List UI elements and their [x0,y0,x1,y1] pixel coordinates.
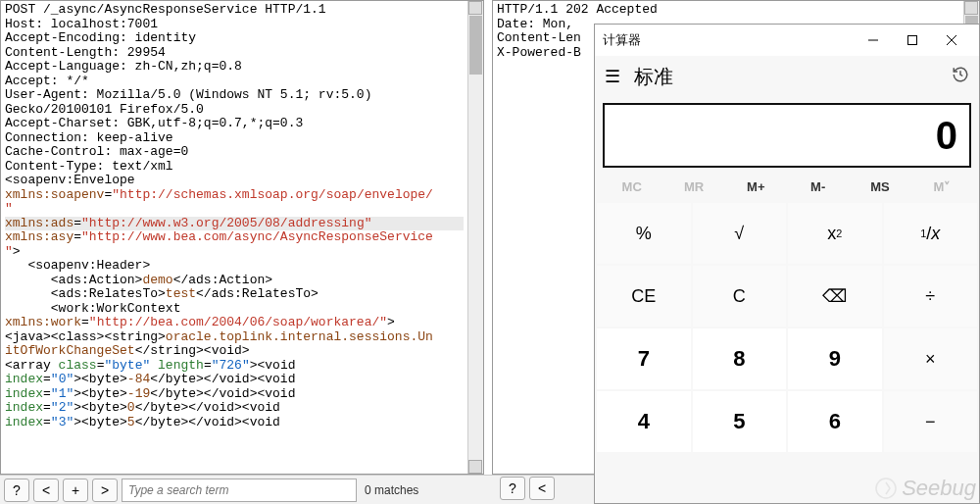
calculator-grid: %√x21/xCEC⌫÷789×456− [595,201,979,454]
calc-key-[interactable]: ⌫ [788,266,882,327]
watermark: Seebug [874,476,976,501]
minimize-button[interactable] [854,26,893,54]
scroll-up-icon[interactable] [964,1,978,15]
calc-key-8[interactable]: 8 [693,328,787,389]
memory-mr: MR [662,172,724,201]
history-icon[interactable] [952,66,969,87]
help-button-right[interactable]: ? [500,477,525,500]
calculator-display: 0 [603,103,971,168]
maximize-button[interactable] [893,26,932,54]
memory-m-[interactable]: M- [787,172,849,201]
calculator-title: 计算器 [603,31,641,49]
calculator-mode: 标准 [634,64,673,90]
maximize-icon [907,35,917,45]
prev-button[interactable]: < [33,479,59,502]
calc-key-5[interactable]: 5 [693,391,787,452]
calc-key-x[interactable]: 1/x [884,203,978,264]
search-input[interactable] [122,479,357,502]
watermark-icon [874,477,898,500]
scroll-thumb[interactable] [469,16,482,75]
request-text[interactable]: POST /_async/AsyncResponseService HTTP/1… [1,1,467,474]
memory-m+[interactable]: M+ [725,172,787,201]
memory-ms[interactable]: MS [849,172,910,201]
calculator-titlebar[interactable]: 计算器 [595,25,979,56]
scroll-up-icon[interactable] [468,1,482,15]
match-count: 0 matches [365,483,418,497]
add-button[interactable]: + [63,479,88,502]
calc-key-c[interactable]: C [693,266,787,327]
hamburger-icon[interactable]: ☰ [605,66,620,87]
calc-key-4[interactable]: 4 [597,391,691,452]
prev-button-right[interactable]: < [529,477,555,500]
next-button[interactable]: > [92,479,118,502]
svg-point-4 [876,479,896,498]
calc-key-[interactable]: ÷ [884,266,978,327]
help-button[interactable]: ? [4,479,29,502]
calc-key-[interactable]: √ [693,203,787,264]
svg-rect-1 [908,36,917,45]
close-icon [947,35,956,45]
calc-key-x[interactable]: x2 [788,203,882,264]
calc-key-[interactable]: × [884,328,978,389]
calc-key-ce[interactable]: CE [597,266,691,327]
calc-key-6[interactable]: 6 [788,391,882,452]
request-pane: POST /_async/AsyncResponseService HTTP/1… [0,0,484,475]
memory-mc: MC [601,172,662,201]
calculator-window: 计算器 ☰ 标准 0 MCMRM+M-MSM˅ %√x21/xCEC⌫÷789×… [594,24,980,504]
memory-m˅: M˅ [911,172,973,201]
memory-row: MCMRM+M-MSM˅ [595,172,979,201]
calc-key-9[interactable]: 9 [788,328,882,389]
calculator-header: ☰ 标准 [595,56,979,97]
scroll-down-icon[interactable] [468,460,482,474]
minimize-icon [868,35,878,45]
calc-key-7[interactable]: 7 [597,328,691,389]
calc-key-[interactable]: − [884,391,978,452]
scrollbar[interactable] [467,1,483,474]
calc-key-[interactable]: % [597,203,691,264]
close-button[interactable] [932,26,971,54]
